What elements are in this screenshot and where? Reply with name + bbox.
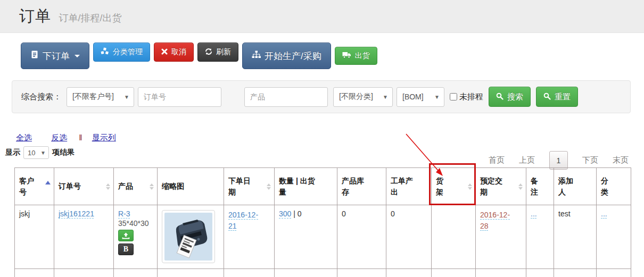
page-title: 订单 (19, 7, 51, 24)
cancel-button[interactable]: 取消 (154, 43, 194, 62)
order-no-link[interactable]: jskj161221 (59, 209, 94, 218)
page-last-link[interactable]: 末页 (613, 155, 629, 165)
search-button[interactable]: 搜索 (489, 87, 531, 107)
reset-button[interactable]: 重置 (536, 87, 578, 107)
unscheduled-label: 未排程 (459, 92, 483, 102)
reset-button-label: 重置 (555, 92, 571, 102)
product-input[interactable] (244, 87, 328, 107)
sort-icon (518, 183, 523, 190)
cell-remark: ... (526, 205, 554, 269)
page-size-select[interactable]: 10 ▼ (23, 146, 49, 159)
product-size: 35*40*30 (118, 219, 153, 228)
col-remark: 备 注 (526, 168, 554, 205)
start-production-button[interactable]: 开始生产/采购 (242, 43, 331, 69)
col-stock: 产品库 存 (337, 168, 386, 205)
page-subtitle: 订单/排程/出货 (59, 13, 121, 23)
product-link[interactable]: R-3 (118, 209, 130, 218)
select-arrow-icon: ▼ (124, 94, 129, 100)
page-current[interactable]: 1 (549, 151, 568, 170)
unscheduled-checkbox[interactable] (450, 93, 457, 100)
bom-filter-value: [BOM] (402, 93, 424, 101)
start-production-label: 开始生产/采购 (265, 50, 321, 62)
page-next-link[interactable]: 下页 (582, 155, 598, 165)
search-panel: 综合搜索： [不限客户号] ▼ [不限分类] ▼ [BOM] ▼ 未排程 搜索 … (12, 80, 631, 113)
caret-down-icon (75, 55, 80, 57)
select-arrow-icon: ▼ (40, 150, 46, 156)
cell-due-date: 2016-12-28 (476, 205, 526, 269)
select-arrow-icon: ▼ (383, 94, 388, 100)
refresh-icon (205, 48, 212, 57)
col-order-date[interactable]: 下单日 期 (224, 168, 275, 205)
table-row-partial (15, 269, 631, 277)
cancel-label: 取消 (171, 47, 186, 57)
show-columns-link[interactable]: 显示列 (92, 133, 116, 142)
bom-badge-button[interactable]: B (118, 244, 134, 255)
document-icon (30, 50, 39, 62)
col-order-no[interactable]: 订单号 (54, 168, 114, 205)
refresh-button[interactable]: 刷新 (197, 43, 238, 62)
truck-icon (342, 52, 351, 60)
toolbar: 下订单 分类管理 取消 刷新 开始生产/采购 出货 (21, 43, 377, 69)
bom-filter-select[interactable]: [BOM] ▼ (397, 87, 444, 107)
search-label: 综合搜索： (21, 92, 61, 102)
select-all-link[interactable]: 全选 (16, 133, 32, 142)
magnifier-icon (543, 93, 551, 102)
place-order-label: 下订单 (43, 50, 70, 62)
show-label: 显示 (5, 148, 20, 157)
printer-image (164, 213, 212, 261)
col-due-date[interactable]: 预定交 期 (476, 168, 526, 205)
cell-product: R-3 35*40*30 B (114, 205, 158, 269)
upload-icon (122, 232, 130, 239)
col-product[interactable]: 产品 (114, 168, 158, 205)
col-category: 分 类 (597, 168, 631, 205)
page-header: 订单 订单/排程/出货 (0, 0, 644, 33)
list-controls: 全选 反选 ‖ 显示列 (16, 133, 116, 143)
select-arrow-icon: ▼ (434, 94, 440, 100)
cell-customer: jskj (15, 205, 54, 269)
col-qty-shipped: 数量 | 出货 量 (275, 168, 337, 205)
product-thumbnail[interactable] (162, 210, 215, 263)
cell-order-date: 2016-12-21 (224, 205, 275, 269)
qty-separator: | (291, 209, 297, 218)
remark-link[interactable]: ... (531, 209, 537, 218)
ship-button[interactable]: 出货 (335, 47, 377, 65)
cell-shelf (432, 205, 476, 269)
category-manage-label: 分类管理 (113, 47, 143, 57)
place-order-button[interactable]: 下订单 (21, 43, 89, 69)
order-date-link[interactable]: 2016-12-21 (228, 209, 262, 232)
shipped-value: 0 (298, 209, 302, 218)
upload-button[interactable] (118, 230, 134, 241)
page-first-link[interactable]: 首页 (489, 155, 505, 165)
cell-thumbnail (158, 205, 224, 269)
cubes-icon (101, 47, 109, 57)
order-no-input[interactable] (138, 87, 221, 107)
customer-filter-select[interactable]: [不限客户号] ▼ (67, 87, 134, 107)
search-button-label: 搜索 (507, 92, 523, 102)
page-prev-link[interactable]: 上页 (519, 155, 535, 165)
col-shelf[interactable]: 货 架 (432, 168, 476, 205)
sort-icon (150, 183, 154, 190)
order-page: 订单 订单/排程/出货 下订单 分类管理 取消 刷新 开始生产/采购 出货 (0, 0, 644, 277)
magnifier-icon (496, 93, 503, 102)
qty-link[interactable]: 300 (279, 209, 291, 218)
pagination: 首页 上页 1 下页 末页 (489, 151, 629, 170)
category-link[interactable]: ... (601, 209, 607, 218)
unscheduled-filter: 未排程 (450, 92, 483, 102)
category-manage-button[interactable]: 分类管理 (93, 43, 150, 62)
col-customer[interactable]: 客户 号 (15, 168, 54, 205)
page-size-value: 10 (28, 149, 35, 157)
due-date-link[interactable]: 2016-12-28 (480, 209, 514, 232)
cell-order-no: jskj161221 (54, 205, 114, 269)
table-row: jskj jskj161221 R-3 35*40*30 B (15, 205, 631, 269)
page-size-bar: 显示 10 ▼ 项结果 (5, 146, 75, 159)
ship-label: 出货 (355, 51, 370, 61)
customer-filter-value: [不限客户号] (72, 92, 114, 102)
sitemap-icon (252, 51, 261, 61)
cell-work-output: 0 (386, 205, 432, 269)
category-filter-select[interactable]: [不限分类] ▼ (333, 87, 393, 107)
sort-asc-icon (45, 181, 51, 184)
sort-icon (267, 183, 271, 190)
cell-added-by: test (554, 205, 597, 269)
invert-select-link[interactable]: 反选 (51, 133, 67, 142)
header-row: 客户 号 订单号 产品 缩略图 下单日 期 数量 | 出货 量 产品库 存 工单… (15, 168, 631, 205)
